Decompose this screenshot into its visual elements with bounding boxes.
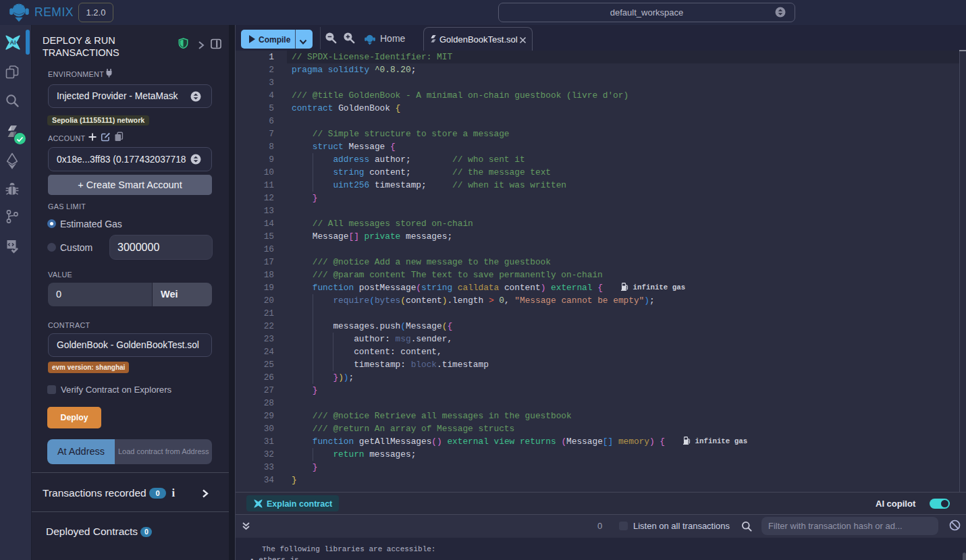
- svg-text:AI: AI: [10, 39, 16, 46]
